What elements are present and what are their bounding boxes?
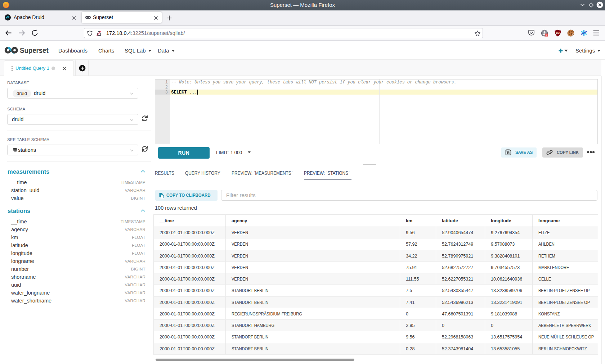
svg-text:uO: uO xyxy=(556,32,560,34)
